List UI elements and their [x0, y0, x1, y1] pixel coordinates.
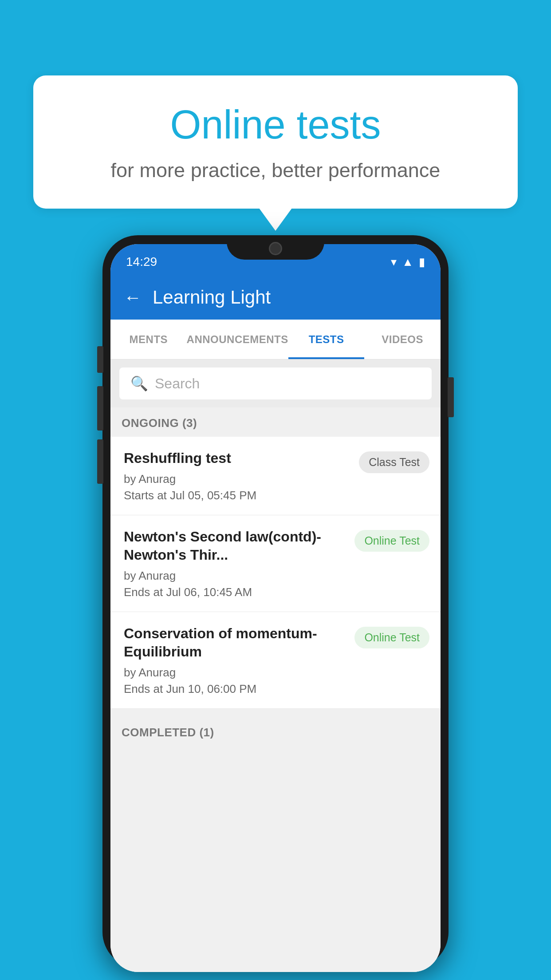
tab-tests[interactable]: TESTS — [288, 320, 365, 359]
battery-icon: ▮ — [419, 255, 425, 269]
phone-camera — [269, 242, 282, 255]
test-name-reshuffling: Reshuffling test — [124, 449, 352, 468]
test-info-newton: Newton's Second law(contd)-Newton's Thir… — [124, 528, 348, 599]
test-badge-online-newton: Online Test — [354, 530, 429, 552]
search-placeholder: Search — [155, 375, 200, 392]
phone-notch — [227, 235, 324, 260]
speech-bubble: Online tests for more practice, better p… — [33, 75, 518, 209]
test-info-reshuffling: Reshuffling test by Anurag Starts at Jul… — [124, 449, 352, 502]
section-divider — [110, 709, 441, 717]
test-author-reshuffling: by Anurag — [124, 472, 352, 486]
test-author-newton: by Anurag — [124, 569, 348, 583]
search-bar[interactable]: 🔍 Search — [119, 368, 432, 399]
phone-silent-button — [97, 439, 103, 484]
phone-power-button — [448, 377, 454, 417]
completed-section-header: COMPLETED (1) — [110, 717, 441, 746]
speech-bubble-subtitle: for more practice, better performance — [64, 159, 487, 182]
search-container: 🔍 Search — [110, 360, 441, 407]
status-time: 14:29 — [126, 255, 157, 269]
signal-icon: ▲ — [402, 255, 413, 269]
tab-videos[interactable]: VIDEOS — [364, 320, 441, 359]
test-item-conservation[interactable]: Conservation of momentum-Equilibrium by … — [110, 612, 441, 709]
ongoing-section-header: ONGOING (3) — [110, 407, 441, 437]
test-item-reshuffling[interactable]: Reshuffling test by Anurag Starts at Jul… — [110, 437, 441, 515]
content-area: 🔍 Search ONGOING (3) Reshuffling test by… — [110, 360, 441, 972]
search-icon: 🔍 — [130, 375, 148, 392]
test-time-newton: Ends at Jul 06, 10:45 AM — [124, 585, 348, 599]
tab-announcements[interactable]: ANNOUNCEMENTS — [187, 320, 288, 359]
test-time-conservation: Ends at Jun 10, 06:00 PM — [124, 682, 348, 696]
back-button[interactable]: ← — [124, 288, 142, 308]
test-time-reshuffling: Starts at Jul 05, 05:45 PM — [124, 489, 352, 502]
status-icons: ▾ ▲ ▮ — [391, 255, 425, 269]
test-badge-online-conservation: Online Test — [354, 627, 429, 648]
test-info-conservation: Conservation of momentum-Equilibrium by … — [124, 624, 348, 696]
test-author-conservation: by Anurag — [124, 666, 348, 680]
phone-volume-down-button — [97, 386, 103, 431]
app-bar: ← Learning Light — [110, 275, 441, 320]
tab-ments[interactable]: MENTS — [110, 320, 187, 359]
speech-bubble-title: Online tests — [64, 102, 487, 148]
test-name-conservation: Conservation of momentum-Equilibrium — [124, 624, 348, 661]
tabs-bar: MENTS ANNOUNCEMENTS TESTS VIDEOS — [110, 320, 441, 360]
test-badge-class: Class Test — [359, 451, 429, 473]
wifi-icon: ▾ — [391, 255, 397, 269]
test-item-newton[interactable]: Newton's Second law(contd)-Newton's Thir… — [110, 515, 441, 612]
phone-device: 14:29 ▾ ▲ ▮ ← Learning Light MENTS ANNOU… — [102, 235, 449, 980]
phone-volume-up-button — [97, 346, 103, 373]
app-title: Learning Light — [153, 287, 271, 308]
test-name-newton: Newton's Second law(contd)-Newton's Thir… — [124, 528, 348, 565]
phone-screen: 14:29 ▾ ▲ ▮ ← Learning Light MENTS ANNOU… — [110, 244, 441, 972]
